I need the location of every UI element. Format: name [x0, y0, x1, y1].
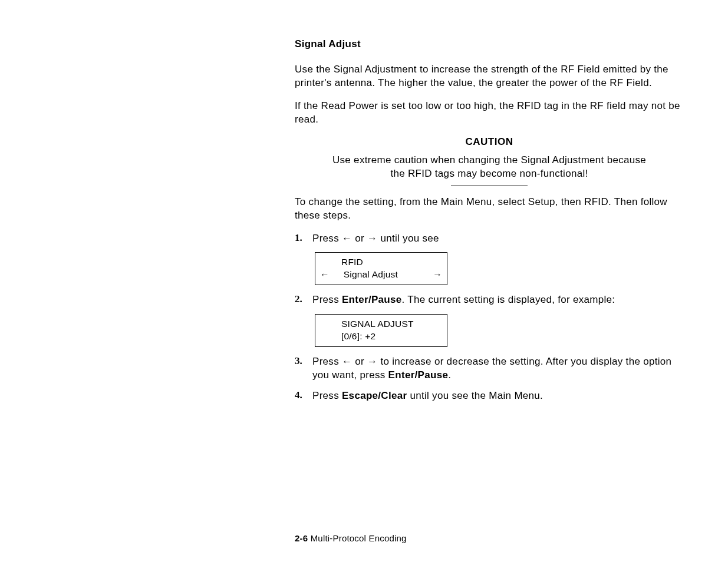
bold-key: Enter/Pause — [388, 369, 449, 381]
text: until you see the Main Menu. — [407, 390, 543, 401]
text: or — [352, 233, 367, 244]
page-footer: 2-6 Multi-Protocol Encoding — [295, 533, 407, 543]
page-number: 2-6 — [295, 533, 308, 543]
right-arrow-icon: → — [367, 356, 377, 367]
document-page: Signal Adjust Use the Signal Adjustment … — [0, 0, 728, 403]
text: Press — [312, 390, 342, 401]
text: Press — [312, 233, 342, 244]
step-2: 2. Press Enter/Pause. The current settin… — [295, 293, 684, 307]
lcd-display-2: SIGNAL ADJUST [0/6]: +2 — [315, 314, 447, 347]
left-arrow-icon: ← — [342, 233, 352, 244]
step-number: 1. — [295, 232, 312, 246]
step-text: Press ← or → to increase or decrease the… — [312, 355, 684, 382]
bold-key: Escape/Clear — [342, 390, 407, 401]
left-arrow-icon: ← — [342, 356, 352, 367]
text: or — [352, 356, 367, 367]
display-line1: RFID — [320, 256, 442, 269]
display-center-text: Signal Adjust — [330, 269, 433, 281]
text: . — [448, 369, 451, 381]
left-arrow-icon: ← — [320, 269, 330, 281]
step-4: 4. Press Escape/Clear until you see the … — [295, 389, 684, 403]
step-number: 2. — [295, 293, 312, 307]
lcd-display-1: RFID ← Signal Adjust → — [315, 252, 447, 285]
text: Press — [312, 356, 342, 367]
text: Press — [312, 294, 342, 305]
step-text: Press ← or → until you see — [312, 232, 684, 246]
step-1: 1. Press ← or → until you see — [295, 232, 684, 246]
caution-label: CAUTION — [295, 136, 684, 148]
display-line2: ← Signal Adjust → — [320, 269, 442, 281]
step-number: 3. — [295, 355, 312, 382]
display-line1: SIGNAL ADJUST — [320, 318, 442, 330]
paragraph-intro1: Use the Signal Adjustment to increase th… — [295, 63, 684, 90]
section-heading: Signal Adjust — [295, 38, 684, 50]
step-number: 4. — [295, 389, 312, 403]
display-line2: [0/6]: +2 — [320, 330, 442, 343]
step-text: Press Enter/Pause. The current setting i… — [312, 293, 684, 307]
paragraph-instructions: To change the setting, from the Main Men… — [295, 196, 684, 223]
footer-text: Multi-Protocol Encoding — [308, 533, 406, 543]
caution-text: Use extreme caution when changing the Si… — [324, 154, 654, 181]
step-3: 3. Press ← or → to increase or decrease … — [295, 355, 684, 382]
right-arrow-icon: → — [367, 233, 377, 244]
caution-divider — [451, 186, 528, 186]
right-arrow-icon: → — [433, 269, 442, 281]
bold-key: Enter/Pause — [342, 294, 402, 305]
paragraph-intro2: If the Read Power is set too low or too … — [295, 100, 684, 127]
text: until you see — [377, 233, 439, 244]
step-text: Press Escape/Clear until you see the Mai… — [312, 389, 684, 403]
text: . The current setting is displayed, for … — [402, 294, 615, 305]
